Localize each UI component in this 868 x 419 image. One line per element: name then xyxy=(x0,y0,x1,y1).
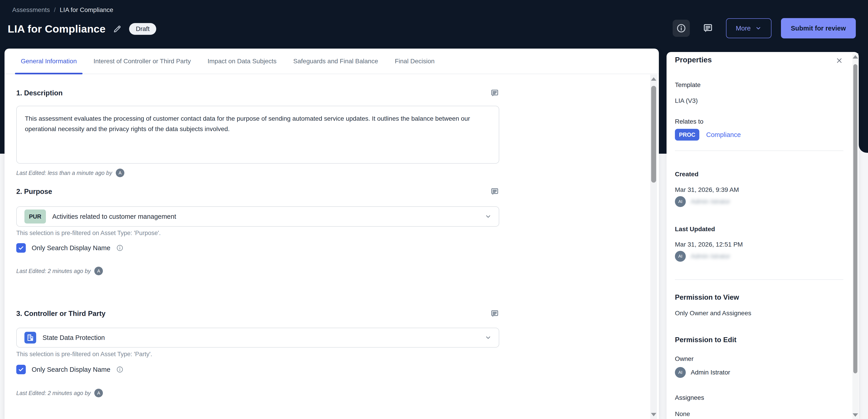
controller-last-edited: Last Edited: 2 minutes ago by A xyxy=(16,389,103,397)
last-updated-date: Mar 31, 2026, 12:51 PM xyxy=(675,241,743,248)
comment-bubble-icon xyxy=(703,23,713,34)
proc-badge: PROC xyxy=(675,129,699,140)
created-date: Mar 31, 2026, 9:39 AM xyxy=(675,186,739,193)
tab-safeguards-final-balance[interactable]: Safeguards and Final Balance xyxy=(287,49,384,74)
assignees-value: None xyxy=(675,411,690,418)
purpose-last-edited: Last Edited: 2 minutes ago by A xyxy=(16,267,103,275)
only-search-display-name-label: Only Search Display Name xyxy=(32,244,110,252)
scroll-down-arrow[interactable] xyxy=(852,413,858,417)
info-circle-icon xyxy=(676,23,686,33)
relates-to-label: Relates to xyxy=(675,118,704,125)
comment-bubble-icon xyxy=(490,309,499,318)
page-title: LIA for Compliance xyxy=(8,23,105,35)
tab-interest-of-controller[interactable]: Interest of Controller or Third Party xyxy=(88,49,197,74)
assessment-card: General Information Interest of Controll… xyxy=(4,49,659,419)
info-circle-icon[interactable] xyxy=(116,244,123,252)
check-icon xyxy=(18,366,24,373)
info-circle-icon[interactable] xyxy=(116,366,123,373)
breadcrumb-assessments-link[interactable]: Assessments xyxy=(12,6,50,13)
divider xyxy=(675,279,843,280)
building-icon xyxy=(24,332,36,344)
purpose-select[interactable]: PUR Activities related to customer manag… xyxy=(16,206,499,227)
breadcrumb-separator: / xyxy=(54,6,56,13)
editor-avatar: A xyxy=(116,169,124,177)
avatar: AI xyxy=(675,367,686,378)
description-comment-button[interactable] xyxy=(490,89,499,98)
purpose-comment-button[interactable] xyxy=(490,187,499,196)
section-purpose-header: 2. Purpose xyxy=(16,187,499,196)
scroll-up-arrow[interactable] xyxy=(852,55,858,59)
comments-button[interactable] xyxy=(699,20,716,37)
tab-general-information[interactable]: General Information xyxy=(15,49,83,74)
editor-avatar: A xyxy=(94,389,103,397)
properties-scrollbar-thumb[interactable] xyxy=(853,64,857,373)
tab-impact-on-data-subjects[interactable]: Impact on Data Subjects xyxy=(202,49,282,74)
x-icon xyxy=(835,57,843,64)
description-textarea[interactable]: This assessment evaluates the processing… xyxy=(16,106,499,164)
purpose-checkbox-row: Only Search Display Name xyxy=(16,243,123,253)
tab-bar: General Information Interest of Controll… xyxy=(4,49,659,74)
title-row: LIA for Compliance Draft xyxy=(8,23,156,35)
comment-bubble-icon xyxy=(490,187,499,196)
last-updated-label: Last Updated xyxy=(675,226,715,233)
controller-comment-button[interactable] xyxy=(490,309,499,318)
avatar: AI xyxy=(675,251,686,262)
controller-checkbox-row: Only Search Display Name xyxy=(16,365,123,374)
comment-bubble-icon xyxy=(490,89,499,98)
section-controller-header: 3. Controller or Third Party xyxy=(16,309,499,318)
last-edited-text: Last Edited: 2 minutes ago by xyxy=(16,268,91,275)
last-updated-by-name: Admin Istrator xyxy=(691,253,730,260)
permission-to-view-value: Only Owner and Assignees xyxy=(675,310,751,317)
info-button[interactable] xyxy=(673,20,690,37)
purpose-prefilter-hint: This selection is pre-filtered on Asset … xyxy=(16,230,161,237)
assignees-label: Assignees xyxy=(675,394,704,401)
pencil-icon xyxy=(113,24,122,33)
controller-select[interactable]: State Data Protection xyxy=(16,328,499,348)
section-controller-title: 3. Controller or Third Party xyxy=(16,310,105,318)
description-last-edited: Last Edited: less than a minute ago by A xyxy=(16,169,124,177)
purpose-type-badge: PUR xyxy=(24,210,46,224)
more-button-label: More xyxy=(736,25,751,32)
more-button[interactable]: More xyxy=(726,18,771,38)
last-updated-by-row: AI Admin Istrator xyxy=(675,251,730,262)
header-actions: More Submit for review xyxy=(673,18,856,38)
compliance-link[interactable]: Compliance xyxy=(706,131,741,138)
scroll-up-arrow[interactable] xyxy=(651,77,656,81)
close-properties-button[interactable] xyxy=(835,56,844,65)
owner-row: AI Admin Istrator xyxy=(675,367,730,378)
permission-to-edit-label: Permission to Edit xyxy=(675,336,736,344)
permission-to-view-label: Permission to View xyxy=(675,293,739,301)
owner-label: Owner xyxy=(675,355,693,362)
tab-final-decision[interactable]: Final Decision xyxy=(389,49,440,74)
main-scrollbar[interactable] xyxy=(650,74,657,419)
section-description-header: 1. Description xyxy=(16,89,499,98)
only-search-display-name-checkbox[interactable] xyxy=(16,365,26,374)
main-scrollbar-thumb[interactable] xyxy=(651,86,656,183)
breadcrumb-current: LIA for Compliance xyxy=(60,6,113,13)
check-icon xyxy=(18,245,24,251)
properties-title: Properties xyxy=(675,56,712,64)
purpose-select-value: Activities related to customer managemen… xyxy=(52,213,176,220)
properties-scrollbar[interactable] xyxy=(852,53,858,419)
controller-select-value: State Data Protection xyxy=(42,334,105,342)
dark-background-right-strip xyxy=(859,0,868,153)
last-edited-text: Last Edited: 2 minutes ago by xyxy=(16,390,91,396)
chevron-down-icon xyxy=(755,25,762,31)
scroll-down-arrow[interactable] xyxy=(651,413,656,416)
only-search-display-name-label: Only Search Display Name xyxy=(32,366,110,373)
section-description-title: 1. Description xyxy=(16,89,63,97)
submit-for-review-button[interactable]: Submit for review xyxy=(781,18,856,38)
created-label: Created xyxy=(675,171,699,178)
template-label: Template xyxy=(675,82,701,89)
created-by-name: Admin Istrator xyxy=(691,198,730,205)
divider xyxy=(675,151,843,151)
template-value: LIA (V3) xyxy=(675,97,698,104)
created-by-row: AI Admin Istrator xyxy=(675,196,730,207)
controller-prefilter-hint: This selection is pre-filtered on Asset … xyxy=(16,351,152,358)
edit-title-button[interactable] xyxy=(112,24,122,34)
editor-avatar: A xyxy=(94,267,103,275)
status-badge: Draft xyxy=(129,23,156,35)
last-edited-text: Last Edited: less than a minute ago by xyxy=(16,170,112,176)
only-search-display-name-checkbox[interactable] xyxy=(16,243,26,253)
properties-panel: Properties Template LIA (V3) Relates to … xyxy=(666,52,859,419)
